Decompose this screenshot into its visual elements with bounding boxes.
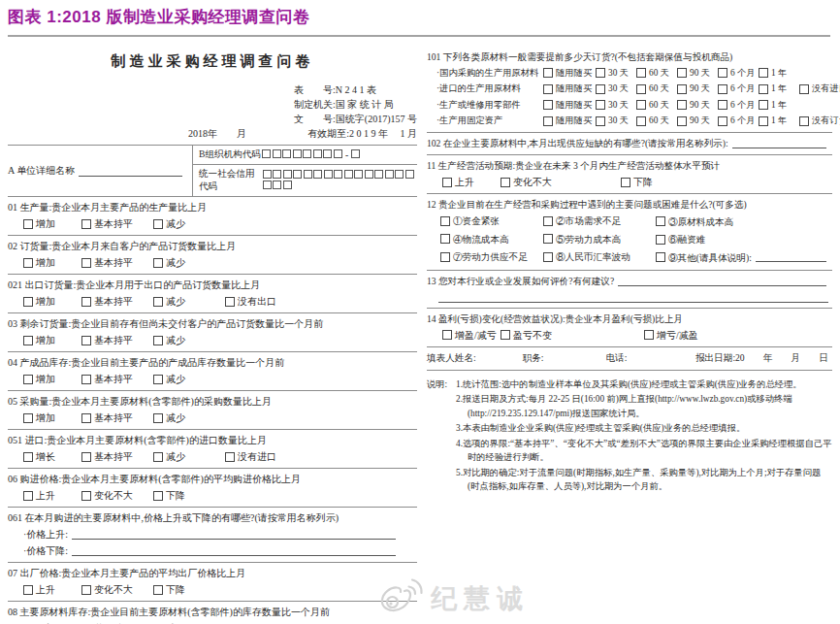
- checkbox-option[interactable]: 变化不大: [81, 583, 153, 596]
- checkbox-option[interactable]: 60 天: [636, 67, 677, 80]
- code-box[interactable]: [385, 170, 394, 179]
- checkbox-option[interactable]: 减少: [153, 373, 225, 385]
- checkbox-option[interactable]: ①资金紧张: [440, 214, 500, 227]
- checkbox-option[interactable]: 减少: [153, 411, 225, 424]
- checkbox-option[interactable]: 减少: [153, 217, 225, 230]
- checkbox-option[interactable]: 下降: [153, 489, 225, 502]
- checkbox-option[interactable]: 变化不大: [501, 176, 621, 188]
- checkbox-option[interactable]: 没有出口: [225, 295, 297, 308]
- checkbox-option[interactable]: 1 年: [759, 99, 799, 112]
- checkbox-option[interactable]: 基本持平: [81, 217, 153, 230]
- code-box[interactable]: [395, 170, 404, 179]
- code-box[interactable]: [293, 149, 302, 158]
- code-box[interactable]: [273, 149, 281, 158]
- checkbox-option[interactable]: 1 年: [759, 82, 799, 95]
- checkbox-option[interactable]: 上升: [442, 176, 501, 188]
- fill-in-blank[interactable]: [618, 275, 826, 286]
- checkbox-option[interactable]: 30 天: [596, 115, 636, 127]
- checkbox-option[interactable]: 没有订货: [799, 115, 840, 127]
- checkbox-option[interactable]: 90 天: [677, 115, 718, 127]
- checkbox-option[interactable]: 没有进口: [799, 82, 840, 95]
- code-box[interactable]: [283, 170, 292, 179]
- checkbox-option[interactable]: 基本持平: [81, 450, 153, 463]
- checkbox-option[interactable]: ②市场需求不足: [543, 214, 621, 227]
- checkbox-option[interactable]: 增加: [23, 256, 81, 269]
- checkbox-option[interactable]: 增加: [23, 217, 81, 230]
- code-box[interactable]: [374, 170, 383, 179]
- checkbox-option[interactable]: 基本持平: [81, 373, 153, 385]
- code-box[interactable]: [334, 149, 342, 158]
- checkbox-option[interactable]: 60 天: [636, 99, 677, 112]
- checkbox-option[interactable]: ⑧人民币汇率波动: [543, 250, 630, 263]
- checkbox-option[interactable]: 1 年: [759, 115, 799, 127]
- checkbox-option[interactable]: 没有进口: [225, 450, 297, 463]
- checkbox-option[interactable]: 90 天: [677, 67, 718, 80]
- checkbox-option[interactable]: ⑤劳动力成本高: [543, 233, 621, 246]
- fill-in-blank[interactable]: [72, 528, 396, 540]
- code-box[interactable]: [293, 170, 302, 179]
- checkbox-option[interactable]: 增亏/减盈: [644, 329, 757, 342]
- code-box[interactable]: [324, 170, 333, 179]
- checkbox-option[interactable]: 6 个月: [718, 82, 759, 95]
- code-box[interactable]: [313, 149, 322, 158]
- checkbox-option[interactable]: 减少: [153, 334, 225, 346]
- fill-in-blank[interactable]: [438, 290, 828, 303]
- checkbox-option[interactable]: 60 天: [636, 115, 677, 127]
- code-box[interactable]: [334, 170, 342, 179]
- checkbox-option[interactable]: 30 天: [596, 67, 636, 80]
- checkbox-option[interactable]: 盈亏不变: [501, 329, 644, 342]
- code-box[interactable]: [263, 170, 272, 179]
- credit-code-boxes[interactable]: [261, 170, 415, 191]
- checkbox-option[interactable]: 上升: [23, 489, 81, 502]
- code-box[interactable]: [282, 149, 291, 158]
- checkbox-option[interactable]: 减少: [153, 256, 225, 269]
- code-box[interactable]: [263, 181, 272, 189]
- checkbox-option[interactable]: 增加: [23, 411, 81, 424]
- checkbox-option[interactable]: 90 天: [677, 99, 718, 112]
- checkbox-option[interactable]: 增加: [23, 334, 81, 346]
- checkbox-option[interactable]: 增加: [23, 295, 81, 308]
- code-box[interactable]: [313, 170, 322, 179]
- code-box[interactable]: [354, 170, 363, 179]
- checkbox-option[interactable]: 随用随买: [543, 115, 596, 127]
- code-box[interactable]: [273, 181, 281, 189]
- checkbox-option[interactable]: ⑨其他(请具体说明):: [656, 250, 752, 265]
- checkbox-option[interactable]: 增加: [23, 373, 81, 385]
- checkbox-option[interactable]: 下降: [153, 583, 225, 596]
- checkbox-option[interactable]: 基本持平: [81, 334, 153, 346]
- checkbox-option[interactable]: 30 天: [596, 82, 636, 95]
- checkbox-option[interactable]: 6 个月: [718, 99, 759, 112]
- code-box[interactable]: [283, 181, 292, 189]
- checkbox-option[interactable]: 增盈/减亏: [442, 329, 501, 342]
- checkbox-option[interactable]: 6 个月: [718, 67, 759, 80]
- checkbox-option[interactable]: 90 天: [677, 82, 718, 95]
- checkbox-option[interactable]: 基本持平: [81, 295, 153, 308]
- code-box[interactable]: [351, 149, 360, 158]
- code-box[interactable]: [405, 170, 414, 179]
- code-box[interactable]: [344, 170, 353, 179]
- checkbox-option[interactable]: ⑥融资难: [656, 233, 705, 247]
- checkbox-option[interactable]: 随用随买: [543, 99, 596, 112]
- checkbox-option[interactable]: 减少: [153, 450, 225, 463]
- code-box[interactable]: [304, 170, 312, 179]
- org-code-boxes[interactable]: -: [261, 149, 360, 160]
- checkbox-option[interactable]: ⑦劳动力供应不足: [440, 250, 528, 263]
- checkbox-option[interactable]: ④物流成本高: [440, 233, 509, 246]
- fill-in-blank[interactable]: [732, 137, 826, 148]
- checkbox-option[interactable]: 下降: [621, 176, 741, 188]
- checkbox-option[interactable]: 随用随买: [543, 67, 596, 80]
- unit-name-blank[interactable]: [79, 165, 182, 177]
- checkbox-option[interactable]: 60 天: [636, 82, 677, 95]
- code-box[interactable]: [303, 149, 311, 158]
- checkbox-option[interactable]: ③原材料成本高: [656, 214, 733, 229]
- checkbox-option[interactable]: 变化不大: [81, 489, 153, 502]
- code-box[interactable]: [262, 149, 271, 158]
- checkbox-option[interactable]: 增长: [23, 450, 81, 463]
- code-box[interactable]: [323, 149, 332, 158]
- code-box[interactable]: [273, 170, 281, 179]
- checkbox-option[interactable]: 上升: [23, 583, 81, 596]
- checkbox-option[interactable]: 基本持平: [81, 411, 153, 424]
- checkbox-option[interactable]: 基本持平: [81, 256, 153, 269]
- checkbox-option[interactable]: 随用随买: [543, 82, 596, 95]
- checkbox-option[interactable]: 减少: [153, 295, 225, 308]
